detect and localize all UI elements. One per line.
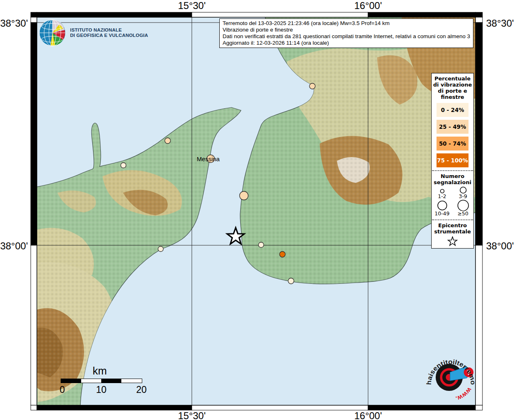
felt-report-dot — [259, 242, 264, 248]
legend-separator — [432, 219, 473, 220]
event-info-line3: Dati non verificati estratti da 281 ques… — [223, 33, 470, 40]
felt-report-dot — [288, 278, 294, 284]
ingv-name-line1: ISTITUTO NAZIONALE — [70, 27, 148, 33]
legend-size-label: 1-2 — [438, 194, 446, 199]
logo-text-www: www. — [455, 386, 473, 402]
circle-size-50plus-icon — [454, 199, 472, 211]
event-info-line2: Vibrazione di porte e finestre — [223, 27, 470, 33]
scale-bar: km 0 10 20 — [61, 365, 147, 395]
legend-size-grid: 1-2 3-9 10-49 ≥50 — [432, 186, 473, 217]
legend-size-50plus: ≥50 — [453, 199, 473, 217]
ingv-logo: ISTITUTO NAZIONALE DI GEOFISICA E VULCAN… — [39, 19, 148, 47]
legend-swatch-25-49: 25 - 49% — [437, 120, 469, 134]
legend-swatch-label: 0 - 24% — [441, 107, 464, 113]
scale-bar-segments — [61, 379, 142, 383]
legend-size-label: 10-49 — [434, 211, 449, 217]
legend-panel: Percentuale di vibrazione di porte e fin… — [431, 73, 474, 249]
axis-label-right-bottom: 38°00' — [486, 240, 514, 252]
axis-label-right-top: 38°30' — [486, 18, 514, 29]
axis-label-left-bottom: 38°00' — [0, 240, 28, 252]
legend-size-label: 3-9 — [459, 194, 467, 199]
legend-swatch-50-74: 50 - 74% — [437, 137, 469, 151]
event-info-line4: Aggiornato il: 12-03-2026 11:14 (ora loc… — [223, 40, 470, 46]
legend-swatch-label: 50 - 74% — [439, 140, 466, 147]
felt-report-dot — [165, 138, 171, 144]
scale-tick-20: 20 — [136, 384, 147, 395]
axis-label-top-right: 16°00' — [339, 0, 397, 11]
legend-swatch-75-100: 75 - 100% — [437, 153, 469, 167]
felt-report-dot — [121, 163, 126, 168]
circle-size-3-9-icon — [455, 186, 471, 194]
scale-tick-0: 0 — [60, 384, 65, 395]
felt-report-dot — [158, 247, 164, 252]
haisentito-logo: ? haisentitoilterremoto .it www. — [425, 351, 477, 405]
felt-report-dot — [280, 251, 285, 257]
event-info-line1: Terremoto del 13-03-2025 21:23:46 (ora l… — [223, 20, 470, 27]
legend-size-1-2: 1-2 — [432, 186, 453, 199]
terrain-layer — [36, 16, 476, 406]
map-page: 15°30' 16°00' 15°30' 16°00' 38°30' 38°00… — [0, 0, 514, 420]
axis-label-top-left: 15°30' — [163, 0, 221, 11]
legend-percent-title: Percentuale di vibrazione di porte e fin… — [432, 75, 473, 100]
axis-label-bottom-left: 15°30' — [163, 410, 221, 420]
legend-count-title: Numero segnalazioni — [432, 173, 473, 185]
legend-swatch-0-24: 0 - 24% — [437, 103, 469, 117]
circle-size-1-2-icon — [434, 188, 450, 194]
ingv-name-line2: DI GEOFISICA E VULCANOLOGIA — [70, 33, 148, 38]
legend-size-3-9: 3-9 — [453, 186, 473, 199]
legend-size-label: ≥50 — [457, 211, 468, 217]
axis-label-left-top: 38°30' — [0, 18, 28, 29]
legend-star-icon — [446, 235, 459, 247]
legend-swatch-label: 75 - 100% — [437, 157, 468, 164]
felt-report-dot — [240, 192, 248, 200]
scale-tick-10: 10 — [96, 384, 107, 395]
legend-size-10-49: 10-49 — [432, 199, 453, 217]
scale-bar-ticks: 0 10 20 — [61, 384, 141, 395]
scale-bar-unit: km — [93, 365, 147, 376]
legend-separator — [432, 170, 473, 171]
legend-swatch-label: 25 - 49% — [439, 123, 466, 130]
axis-label-bottom-right: 16°00' — [339, 410, 397, 420]
circle-size-10-49-icon — [433, 199, 451, 211]
city-label-messina: Messina — [184, 155, 233, 162]
svg-text:www.: www. — [455, 386, 473, 402]
felt-report-dot — [309, 83, 315, 89]
ingv-globe-icon — [39, 19, 66, 47]
svg-text:.it: .it — [425, 351, 426, 352]
logo-text-it: .it — [425, 351, 426, 352]
legend-epicenter-title: Epicentro strumentale — [432, 222, 473, 235]
event-info-box: Terremoto del 13-03-2025 21:23:46 (ora l… — [219, 18, 473, 48]
